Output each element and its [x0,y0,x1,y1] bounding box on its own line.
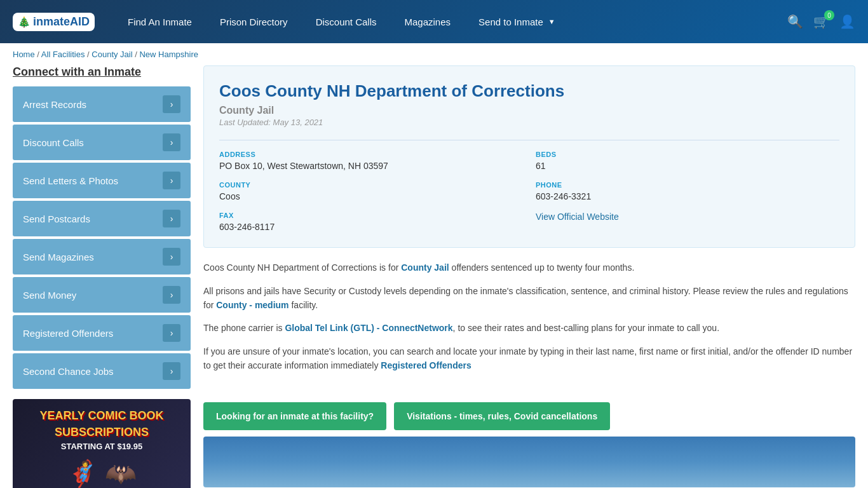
arrow-icon: › [163,95,180,113]
facility-name: Coos County NH Department of Corrections [219,81,839,101]
header: 🎄 inmateAID Find An Inmate Prison Direct… [0,0,868,43]
arrow-icon: › [163,172,180,189]
breadcrumb-all-facilities[interactable]: All Facilities [41,50,85,59]
arrow-icon: › [163,210,180,227]
fax-label: FAX [219,212,523,219]
address-label: ADDRESS [219,151,523,158]
sidebar-item-send-money[interactable]: Send Money › [13,277,191,313]
search-icon[interactable]: 🔍 [787,14,803,29]
cart-badge: 0 [824,10,834,20]
arrow-icon: › [163,324,180,342]
nav-magazines[interactable]: Magazines [391,0,465,43]
fax-value: 603-246-8117 [219,222,523,232]
sidebar-item-send-postcards[interactable]: Send Postcards › [13,201,191,236]
county-medium-link[interactable]: County - medium [216,300,288,310]
sidebar: Connect with an Inmate Arrest Records › … [13,65,191,488]
breadcrumb-county-jail[interactable]: County Jail [92,50,132,59]
facility-description: Coos County NH Department of Corrections… [203,261,855,391]
main-container: Connect with an Inmate Arrest Records › … [0,65,868,488]
county-jail-link[interactable]: County Jail [401,262,449,273]
logo-area[interactable]: 🎄 inmateAID [13,13,95,31]
arrow-icon: › [163,362,180,380]
county-value: Coos [219,191,523,201]
gtl-link[interactable]: Global Tel Link (GTL) - ConnectNetwork [285,323,452,333]
county-block: COUNTY Coos [219,181,523,201]
dropdown-arrow-icon: ▼ [548,18,555,25]
beds-label: BEDS [536,151,839,158]
sidebar-item-send-letters[interactable]: Send Letters & Photos › [13,163,191,198]
sidebar-item-discount-calls[interactable]: Discount Calls › [13,125,191,160]
sidebar-item-arrest-records[interactable]: Arrest Records › [13,86,191,122]
description-para-1: Coos County NH Department of Corrections… [203,261,855,274]
arrow-icon: › [163,248,180,266]
county-label: COUNTY [219,181,523,189]
description-para-3: The phone carrier is Global Tel Link (GT… [203,321,855,335]
logo-text: inmateAID [33,15,90,29]
beds-block: BEDS 61 [536,151,839,171]
logo-icon: 🎄 [18,16,31,28]
nav-discount-calls[interactable]: Discount Calls [302,0,391,43]
looking-for-inmate-button[interactable]: Looking for an inmate at this facility? [203,402,386,430]
ad-title-line1: YEARLY COMIC BOOK [39,409,163,423]
beds-value: 61 [536,161,839,171]
arrow-icon: › [163,133,180,151]
ad-banner[interactable]: YEARLY COMIC BOOK SUBSCRIPTIONS STARTING… [13,399,191,488]
registered-offenders-link[interactable]: Registered Offenders [381,360,471,370]
ad-price: STARTING AT $19.95 [61,442,142,451]
nav-prison-directory[interactable]: Prison Directory [206,0,302,43]
user-icon[interactable]: 👤 [839,14,855,29]
address-block: ADDRESS PO Box 10, West Stewartstown, NH… [219,151,523,171]
description-para-2: All prisons and jails have Security or C… [203,284,855,313]
logo-box: 🎄 inmateAID [13,13,95,31]
ad-hero-chars: 🦸 🦇 [67,459,137,488]
facility-info-grid: ADDRESS PO Box 10, West Stewartstown, NH… [219,140,839,232]
visitations-button[interactable]: Visitations - times, rules, Covid cancel… [394,402,610,430]
breadcrumb-new-hampshire[interactable]: New Hampshire [139,50,198,59]
phone-block: PHONE 603-246-3321 [536,181,839,201]
facility-type: County Jail [219,105,839,116]
nav-send-to-inmate[interactable]: Send to Inmate ▼ [465,0,569,43]
fax-block: FAX 603-246-8117 [219,212,523,232]
breadcrumb-home[interactable]: Home [13,50,35,59]
description-para-4: If you are unsure of your inmate's locat… [203,344,855,373]
website-block: View Official Website [536,212,839,232]
main-nav: Find An Inmate Prison Directory Discount… [114,0,787,43]
nav-right-icons: 🔍 🛒 0 👤 [787,14,855,29]
phone-value: 603-246-3321 [536,191,839,201]
address-value: PO Box 10, West Stewartstown, NH 03597 [219,161,523,171]
sidebar-item-registered-offenders[interactable]: Registered Offenders › [13,315,191,351]
main-content: Coos County NH Department of Corrections… [203,65,855,488]
sidebar-title: Connect with an Inmate [13,65,191,79]
sidebar-item-second-chance-jobs[interactable]: Second Chance Jobs › [13,353,191,389]
cta-buttons: Looking for an inmate at this facility? … [203,402,855,430]
facility-card: Coos County NH Department of Corrections… [203,65,855,248]
official-website-link[interactable]: View Official Website [536,212,619,222]
sidebar-item-send-magazines[interactable]: Send Magazines › [13,239,191,274]
facility-updated: Last Updated: May 13, 2021 [219,118,839,127]
arrow-icon: › [163,286,180,304]
facility-photo-strip [203,437,855,487]
ad-title-line2: SUBSCRIPTIONS [55,426,149,440]
breadcrumb: Home / All Facilities / County Jail / Ne… [0,43,868,65]
nav-find-inmate[interactable]: Find An Inmate [114,0,206,43]
cart-icon[interactable]: 🛒 0 [813,14,829,29]
phone-label: PHONE [536,181,839,189]
